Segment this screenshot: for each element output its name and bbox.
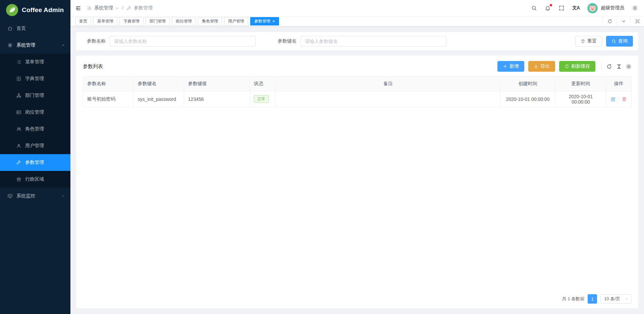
export-button[interactable]: 导出 — [528, 61, 555, 72]
wrench-icon — [16, 160, 21, 165]
sidebar-item-dict-management[interactable]: 字典管理 — [0, 70, 70, 87]
top-header: 系统管理 / 参数管理 文A 超级管理员 — [70, 0, 644, 16]
sidebar-item-menu-management[interactable]: 菜单管理 — [0, 54, 70, 70]
col-param-name: 参数名称 — [83, 77, 133, 91]
search-icon[interactable] — [531, 5, 537, 11]
breadcrumb-item-current: 参数管理 — [134, 5, 153, 11]
tab-menu-management[interactable]: 菜单管理 — [93, 17, 117, 25]
page-number-button[interactable]: 1 — [588, 294, 597, 304]
search-form-card: 参数名称 参数键名 重置 查询 — [76, 32, 638, 50]
sidebar-item-label: 菜单管理 — [25, 59, 44, 65]
page-size-select[interactable]: 10 条/页 — [600, 294, 632, 304]
table-row: 账号初始密码 sys_init_password 123456 正常 2020-… — [83, 91, 632, 107]
card-title: 参数列表 — [83, 63, 103, 70]
sidebar-item-system-monitor[interactable]: 系统监控 — [0, 188, 70, 204]
breadcrumb-separator: / — [122, 5, 123, 11]
monitor-icon — [7, 193, 13, 199]
home-icon — [7, 26, 13, 31]
refresh-table-icon[interactable] — [606, 64, 612, 69]
page-size-value: 10 条/页 — [604, 296, 620, 302]
fullscreen-icon[interactable] — [558, 5, 565, 11]
wrench-icon — [126, 6, 131, 11]
sidebar-submenu: 菜单管理 字典管理 部门管理 岗位管理 角色管理 — [0, 54, 70, 188]
query-button[interactable]: 查询 — [606, 36, 633, 47]
user-menu[interactable]: 超级管理员 — [587, 3, 624, 13]
tab-role-management[interactable]: 角色管理 — [198, 17, 222, 25]
sidebar-item-user-management[interactable]: 用户管理 — [0, 137, 70, 154]
tab-user-management[interactable]: 用户管理 — [224, 17, 248, 25]
col-updated: 更新时间 — [555, 77, 606, 91]
app-root: Coffee Admin 首页 系统管理 菜单管理 字典管理 — [0, 0, 644, 314]
tab-label: 字典管理 — [123, 18, 140, 24]
row-density-icon[interactable] — [616, 64, 622, 69]
col-created: 创建时间 — [500, 77, 555, 91]
cell-actions — [606, 91, 631, 107]
sidebar-item-label: 行政区域 — [25, 176, 44, 182]
sidebar-item-home[interactable]: 首页 — [0, 20, 70, 37]
refresh-tab-icon[interactable] — [603, 16, 616, 26]
delete-icon[interactable] — [622, 97, 627, 102]
table-header-row: 参数名称 参数键名 参数键值 状态 备注 创建时间 更新时间 操作 — [83, 77, 632, 91]
refresh-cache-button[interactable]: 刷新缓存 — [559, 61, 595, 72]
status-badge: 正常 — [254, 95, 269, 103]
add-button[interactable]: 新增 — [497, 61, 524, 72]
tab-label: 菜单管理 — [97, 18, 113, 24]
refresh-cache-label: 刷新缓存 — [571, 63, 590, 69]
settings-gear-icon[interactable] — [632, 5, 638, 11]
tab-dict-management[interactable]: 字典管理 — [119, 17, 144, 25]
user-icon — [16, 143, 21, 148]
sidebar-item-admin-region[interactable]: 行政区域 — [0, 171, 70, 188]
sidebar-menu: 首页 系统管理 菜单管理 字典管理 部门管理 — [0, 20, 70, 314]
param-name-label: 参数名称 — [82, 38, 106, 44]
tab-home[interactable]: 首页 — [75, 17, 91, 25]
tab-label: 用户管理 — [228, 18, 244, 24]
search-buttons: 重置 查询 — [575, 36, 633, 47]
tab-dept-management[interactable]: 部门管理 — [146, 17, 170, 25]
chevron-down-icon — [625, 297, 629, 301]
refresh-icon — [565, 64, 569, 69]
sidebar-item-label: 角色管理 — [25, 126, 44, 132]
sidebar-item-role-management[interactable]: 角色管理 — [0, 121, 70, 137]
tab-post-management[interactable]: 岗位管理 — [172, 17, 196, 25]
edit-icon[interactable] — [610, 97, 616, 102]
param-name-input[interactable] — [110, 36, 256, 47]
col-param-value: 参数键值 — [184, 77, 250, 91]
chevron-up-icon — [61, 43, 65, 47]
total-count-text: 共 1 条数据 — [562, 296, 584, 302]
tab-bar: 首页 菜单管理 字典管理 部门管理 岗位管理 角色管理 用户管理 参数管理 × — [70, 16, 644, 26]
form-item-param-name: 参数名称 — [82, 36, 256, 47]
column-settings-gear-icon[interactable] — [626, 64, 632, 69]
toolbar-divider — [601, 63, 602, 69]
org-chart-icon — [16, 93, 21, 98]
tab-param-management[interactable]: 参数管理 × — [250, 17, 279, 25]
add-label: 新增 — [509, 63, 519, 69]
col-param-key: 参数键名 — [133, 77, 184, 91]
tab-label: 岗位管理 — [176, 18, 192, 24]
bank-icon — [16, 177, 21, 182]
list-icon — [16, 59, 21, 65]
sidebar-item-label: 字典管理 — [25, 76, 44, 82]
param-key-input[interactable] — [301, 36, 446, 47]
cell-param-value: 123456 — [184, 91, 250, 107]
breadcrumb-item[interactable]: 系统管理 — [94, 5, 113, 11]
breadcrumb: 系统管理 / 参数管理 — [87, 5, 153, 11]
maximize-view-icon[interactable] — [630, 16, 644, 26]
sidebar-item-param-management[interactable]: 参数管理 — [0, 154, 70, 171]
sidebar-item-post-management[interactable]: 岗位管理 — [0, 104, 70, 121]
cell-param-key: sys_init_password — [133, 91, 184, 107]
sidebar-item-dept-management[interactable]: 部门管理 — [0, 87, 70, 104]
notifications-bell-icon[interactable] — [545, 5, 551, 11]
close-tab-icon[interactable]: × — [272, 19, 275, 23]
reset-button[interactable]: 重置 — [575, 36, 602, 47]
param-list-card: 参数列表 新增 导出 刷新缓存 — [76, 56, 638, 308]
sidebar: Coffee Admin 首页 系统管理 菜单管理 字典管理 — [0, 0, 70, 314]
search-icon — [611, 39, 616, 44]
sidebar-item-label: 用户管理 — [25, 143, 44, 149]
pagination: 共 1 条数据 1 10 条/页 — [83, 290, 632, 304]
table-actions: 新增 导出 刷新缓存 — [497, 61, 632, 72]
tab-options-chevron-icon[interactable] — [616, 16, 630, 26]
sidebar-item-system-management[interactable]: 系统管理 — [0, 37, 70, 54]
collapse-sidebar-icon[interactable] — [75, 5, 82, 11]
translate-icon[interactable]: 文A — [572, 5, 580, 11]
cell-status: 正常 — [250, 91, 276, 107]
